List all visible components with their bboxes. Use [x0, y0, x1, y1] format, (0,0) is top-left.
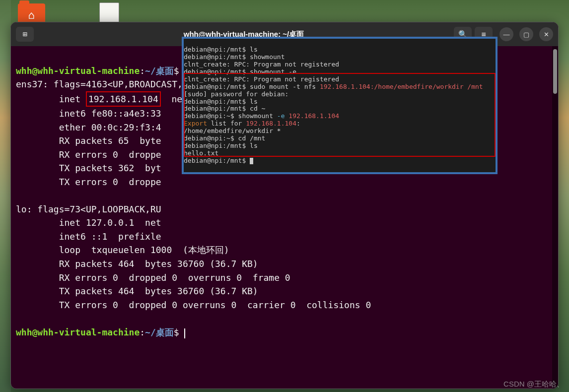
watermark: CSDN @王哈哈、	[503, 380, 564, 389]
maximize-icon: ▢	[523, 31, 529, 38]
output-line: inet 127.0.0.1 net	[16, 217, 161, 228]
prompt-path: ~/桌面	[145, 327, 174, 337]
output-line: loop txqueuelen 1000 (本地环回)	[16, 245, 229, 255]
ov-export: Export	[184, 120, 207, 127]
output-line: RX errors 0 dropped 0 overruns 0 frame 0	[16, 272, 290, 283]
output-line: RX errors 0 droppe	[16, 149, 161, 160]
ov-line: debian@npi:/mnt$ showmount	[184, 53, 285, 61]
minimize-button[interactable]: —	[499, 27, 513, 41]
scrollbar[interactable]	[552, 46, 558, 389]
maximize-button[interactable]: ▢	[519, 27, 533, 41]
highlighted-ip: 192.168.1.104	[86, 91, 161, 107]
output-line: inet6 fe80::a4e3:33	[16, 108, 161, 119]
ov-line: debian@npi:/mnt$ ls	[184, 98, 258, 105]
overlay-terminal: debian@npi:/mnt$ ls debian@npi:/mnt$ sho…	[182, 37, 498, 174]
ov-mount-target: 192.168.1.104:/home/embedfire/workdir /m…	[320, 83, 483, 90]
ov-line: debian@npi:~$ showmount	[184, 112, 277, 120]
ov-line: /home/embedfire/workdir *	[184, 127, 281, 134]
prompt-path: ~/桌面	[145, 65, 174, 76]
output-line: TX packets 362 byt	[16, 163, 161, 173]
cursor	[184, 328, 185, 338]
output-line: TX errors 0 dropped 0 overruns 0 carrier…	[16, 300, 371, 310]
plus-icon: ⊞	[22, 30, 27, 39]
ov-line: clnt_create: RPC: Program not registered	[184, 61, 339, 68]
ov-line: debian@npi:/mnt$ showmount -e	[184, 68, 296, 75]
ov-line: hello.txt	[184, 149, 218, 157]
ov-line: debian@npi:/mnt$	[184, 157, 250, 164]
ov-line: debian@npi:/mnt$ cd ~	[184, 105, 265, 112]
close-icon: ✕	[544, 31, 549, 38]
ov-line: debian@npi:/mnt$ sudo mount -t nfs	[184, 83, 320, 90]
home-icon: ⌂	[28, 8, 34, 21]
output-line: ether 00:0c:29:f3:4	[16, 122, 161, 132]
scroll-thumb[interactable]	[553, 49, 557, 94]
ov-line: debian@npi:/mnt$ ls	[184, 142, 258, 149]
output-line: lo: flags=73<UP,LOOPBACK,RU	[16, 204, 161, 214]
close-button[interactable]: ✕	[539, 27, 553, 41]
overlay-cursor	[250, 158, 253, 164]
ov-line: debian@npi:~$ cd /mnt	[184, 134, 265, 142]
ov-line: debian@npi:/mnt$ ls	[184, 46, 258, 53]
output-line: RX packets 464 bytes 36760 (36.7 KB)	[16, 259, 258, 269]
output-line: TX packets 464 bytes 36760 (36.7 KB)	[16, 286, 258, 296]
desktop-sidebar	[0, 0, 11, 392]
prompt-user: whh@whh-virtual-machine	[16, 327, 140, 337]
output-line: RX packets 65 byte	[16, 135, 161, 146]
prompt-user: whh@whh-virtual-machine	[16, 65, 140, 76]
output-line: inet6 ::1 prefixle	[16, 231, 161, 242]
ov-line: clnt_create: RPC: Program not registered	[184, 75, 339, 83]
new-tab-button[interactable]: ⊞	[16, 27, 34, 42]
ov-line: [sudo] password for debian:	[184, 90, 288, 98]
minimize-icon: —	[503, 31, 510, 38]
output-line: TX errors 0 droppe	[16, 177, 161, 187]
